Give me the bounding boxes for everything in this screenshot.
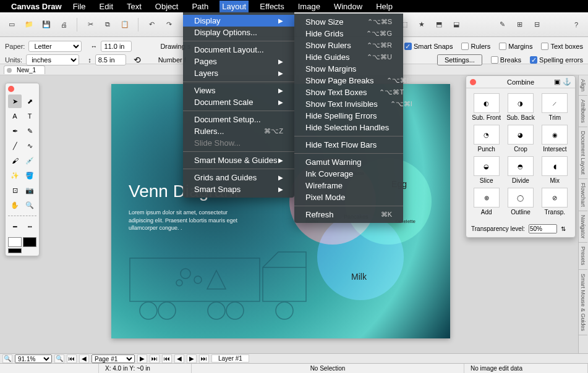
menu-item[interactable]: Document Setup... — [183, 114, 294, 125]
menu-path[interactable]: Path — [189, 1, 211, 12]
zoom-select[interactable]: 91.1% — [15, 354, 52, 363]
display-submenu[interactable]: Show Size⌃⌥⌘SHide Grids⌃⌥⌘GShow Rulers⌃⌥… — [294, 14, 403, 223]
prev-page-icon[interactable]: ◀ — [79, 354, 89, 363]
stepper-icon[interactable]: ⇅ — [561, 225, 566, 232]
print-icon[interactable]: 🖨 — [57, 18, 70, 31]
eyedropper-tool[interactable]: 💉 — [23, 154, 36, 167]
help-icon[interactable]: ? — [569, 18, 583, 31]
panel-tab[interactable]: Navigator — [579, 211, 587, 243]
menu-item[interactable]: Document Scale▶ — [183, 96, 294, 108]
tool-icon[interactable]: ⊟ — [530, 18, 543, 31]
combine-op[interactable]: ◖Mix — [540, 156, 570, 184]
tool-palette[interactable]: ➤ ⬈ A T ✒ ✎ ╱ ∿ 🖌 💉 ✨ 🪣 ⊡ 📷 ✋ 🔍 ━ ┅ — [5, 83, 40, 256]
menu-item[interactable]: Smart Mouse & Guides▶ — [183, 154, 294, 166]
breaks-check[interactable] — [491, 56, 498, 64]
menu-image[interactable]: Image — [296, 1, 323, 12]
save-icon[interactable]: 💾 — [40, 18, 53, 31]
layer-last-icon[interactable]: ⏭ — [199, 354, 209, 363]
layer-prev-icon[interactable]: ◀ — [174, 354, 184, 363]
menu-edit[interactable]: Edit — [97, 1, 116, 12]
fg-swatch[interactable] — [8, 237, 22, 247]
menu-item[interactable]: Refresh⌘K — [294, 209, 403, 220]
menu-window[interactable]: Window — [331, 1, 365, 12]
menu-item[interactable]: Slide Show... — [183, 137, 294, 149]
settings-button[interactable]: Settings... — [437, 54, 482, 65]
menu-item[interactable]: Show Rulers⌃⌥⌘R — [294, 40, 403, 51]
page-select[interactable]: Page #1 — [92, 354, 135, 363]
stroke-swatch[interactable] — [8, 248, 22, 253]
tool-icon[interactable]: ★ — [415, 18, 428, 31]
menu-item[interactable]: Document Layout... — [183, 44, 294, 56]
wand-tool[interactable]: ✨ — [8, 169, 22, 182]
combine-op[interactable]: ◕Crop — [505, 125, 535, 153]
type-tool[interactable]: T — [23, 109, 36, 123]
margins-check[interactable] — [499, 43, 506, 50]
menu-item[interactable]: Hide Spelling Errors — [294, 110, 403, 122]
menu-item[interactable]: Pages▶ — [183, 56, 294, 67]
bg-swatch[interactable] — [23, 237, 36, 247]
zoom-in-icon[interactable]: 🔍 — [54, 354, 64, 363]
menu-file[interactable]: File — [70, 1, 88, 12]
menu-item[interactable]: Ink Coverage — [294, 168, 403, 180]
direct-select-tool[interactable]: ⬈ — [23, 94, 36, 108]
menu-item[interactable]: Show Text Boxes⌃⌥⌘T — [294, 86, 403, 98]
line-tool[interactable]: ╱ — [8, 139, 22, 153]
combine-op[interactable]: ◯Outline — [505, 188, 535, 216]
rulers-check[interactable] — [461, 43, 469, 50]
pointer-tool[interactable]: ➤ — [8, 94, 22, 108]
copy-icon[interactable]: ⧉ — [101, 18, 114, 31]
spelling-check[interactable]: ✓ — [530, 56, 537, 64]
new-doc-icon[interactable]: ▭ — [5, 18, 19, 31]
menu-item[interactable]: Display▶ — [183, 15, 294, 27]
combine-op[interactable]: ◒Slice — [471, 156, 501, 184]
crop-tool[interactable]: ⊡ — [8, 183, 22, 197]
menu-item[interactable]: Rulers...⌘⌥Z — [183, 125, 294, 137]
camera-tool[interactable]: 📷 — [23, 183, 36, 197]
panel-tab[interactable]: Attributes — [579, 96, 587, 127]
curve-tool[interactable]: ∿ — [23, 139, 36, 153]
hand-tool[interactable]: ✋ — [8, 198, 22, 212]
combine-op[interactable]: ⊕Add — [471, 188, 501, 216]
anchor-icon[interactable]: ⚓ — [563, 78, 571, 86]
first-page-icon[interactable]: ⏮ — [67, 354, 77, 363]
menu-item[interactable]: Smart Snaps▶ — [183, 183, 294, 195]
menu-text[interactable]: Text — [124, 1, 144, 12]
text-tool[interactable]: A — [8, 109, 22, 123]
stroke-style[interactable]: ┅ — [23, 220, 36, 233]
brush-tool[interactable]: 🖌 — [8, 154, 22, 167]
combine-op[interactable]: ◓Divide — [505, 156, 535, 184]
tool-icon[interactable]: ⬒ — [432, 18, 446, 31]
doc-tab[interactable]: New_1 — [4, 65, 45, 74]
nib-tool[interactable]: ✎ — [23, 124, 36, 138]
zoom-out-icon[interactable]: 🔍 — [2, 354, 12, 363]
menu-help[interactable]: Help — [373, 1, 395, 12]
combine-op[interactable]: ◐Sub. Front — [471, 93, 501, 121]
height-input[interactable] — [95, 54, 126, 65]
menu-item[interactable]: Hide Guides⌃⌥⌘U — [294, 51, 403, 63]
units-select[interactable]: inches — [26, 54, 79, 65]
tool-icon[interactable]: ⊞ — [513, 18, 526, 31]
tool-icon[interactable]: ⬓ — [450, 18, 463, 31]
panel-tab[interactable]: Flowchart — [579, 179, 587, 211]
menu-item[interactable]: Show Margins — [294, 63, 403, 75]
cut-icon[interactable]: ✂ — [83, 18, 97, 31]
menu-item[interactable]: Show Text Invisibles⌃⌥⌘I — [294, 98, 403, 110]
panel-tab[interactable]: Presets — [579, 243, 587, 270]
last-page-icon[interactable]: ⏭ — [150, 354, 160, 363]
paste-icon[interactable]: 📋 — [118, 18, 132, 31]
menu-item[interactable]: Hide Selection Handles — [294, 122, 403, 133]
layer-first-icon[interactable]: ⏮ — [162, 354, 172, 363]
transparency-input[interactable] — [529, 224, 557, 233]
menu-item[interactable]: Grids and Guides▶ — [183, 172, 294, 183]
close-icon[interactable] — [470, 79, 476, 85]
combine-panel[interactable]: Combine ▣⚓ ◐Sub. Front◑Sub. Back⟋Trim◔Pu… — [466, 75, 576, 238]
menu-item[interactable]: Show Size⌃⌥⌘S — [294, 16, 403, 28]
menu-item[interactable]: Show Page Breaks⌃⌥⌘B — [294, 75, 403, 86]
close-icon[interactable] — [8, 86, 14, 92]
menu-item[interactable]: Hide Grids⌃⌥⌘G — [294, 28, 403, 40]
combine-op[interactable]: ◔Punch — [471, 125, 501, 153]
panel-tab[interactable]: Smart Mouse & Guides — [579, 270, 587, 335]
menu-item[interactable]: Pixel Mode — [294, 191, 403, 203]
dock-icon[interactable]: ▣ — [554, 78, 560, 86]
panel-tab[interactable]: Align — [579, 75, 587, 96]
